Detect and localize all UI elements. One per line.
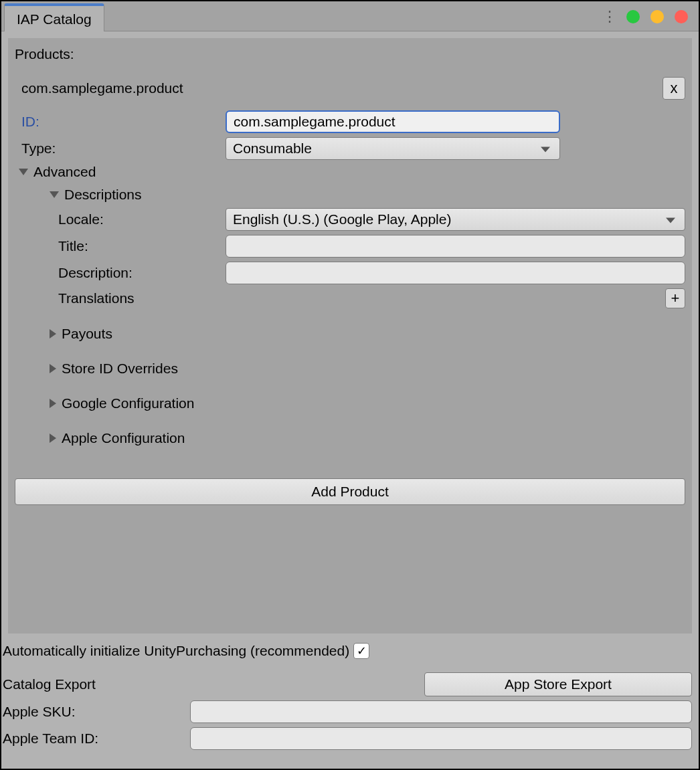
apple-sku-input[interactable]	[190, 700, 692, 723]
type-select-value: Consumable	[233, 140, 312, 157]
store-id-overrides-foldout[interactable]: Store ID Overrides	[50, 361, 685, 377]
apple-sku-label: Apple SKU:	[3, 704, 190, 720]
advanced-foldout[interactable]: Advanced	[19, 164, 685, 180]
title-bar: IAP Catalog ⋮	[1, 1, 699, 31]
product-entry: com.samplegame.product x ID: Type: Consu…	[15, 77, 685, 446]
apple-team-id-input[interactable]	[190, 727, 692, 750]
maximize-dot-icon[interactable]	[650, 10, 664, 23]
apple-team-id-row: Apple Team ID:	[3, 727, 692, 750]
auto-init-row: Automatically initialize UnityPurchasing…	[3, 643, 692, 659]
app-store-export-button[interactable]: App Store Export	[424, 672, 692, 696]
close-x-icon: x	[671, 80, 678, 97]
window-tab-label: IAP Catalog	[17, 11, 92, 27]
locale-select[interactable]: English (U.S.) (Google Play, Apple)	[226, 208, 685, 231]
product-name: com.samplegame.product	[21, 80, 183, 96]
footer-section: Automatically initialize UnityPurchasing…	[1, 634, 699, 750]
kebab-menu-icon[interactable]: ⋮	[602, 8, 616, 25]
chevron-down-icon	[50, 191, 59, 198]
type-row: Type: Consumable	[15, 137, 685, 160]
description-label: Description:	[58, 265, 226, 281]
title-row: Title:	[15, 235, 685, 258]
add-translation-button[interactable]: +	[665, 288, 685, 308]
translations-label: Translations	[58, 290, 226, 306]
id-label: ID:	[21, 114, 226, 130]
chevron-right-icon	[50, 434, 56, 443]
minimize-dot-icon[interactable]	[626, 10, 640, 23]
locale-row: Locale: English (U.S.) (Google Play, App…	[15, 208, 685, 231]
add-product-label: Add Product	[311, 484, 389, 499]
translations-row: Translations +	[15, 288, 685, 308]
description-input[interactable]	[226, 262, 685, 284]
locale-select-value: English (U.S.) (Google Play, Apple)	[233, 211, 451, 227]
product-header: com.samplegame.product x	[15, 77, 685, 110]
products-section-label: Products:	[15, 46, 685, 62]
advanced-label: Advanced	[33, 164, 96, 180]
chevron-right-icon	[50, 399, 56, 408]
remove-product-button[interactable]: x	[663, 77, 685, 100]
close-dot-icon[interactable]	[675, 10, 688, 23]
descriptions-foldout[interactable]: Descriptions	[50, 187, 685, 203]
payouts-label: Payouts	[62, 326, 112, 342]
catalog-export-label: Catalog Export	[3, 676, 96, 692]
id-row: ID:	[15, 110, 685, 133]
catalog-export-row: Catalog Export App Store Export	[3, 672, 692, 696]
window-tab[interactable]: IAP Catalog	[4, 3, 104, 31]
add-product-button[interactable]: Add Product	[15, 478, 685, 505]
title-bar-controls: ⋮	[602, 8, 688, 31]
type-label: Type:	[21, 140, 226, 157]
type-select[interactable]: Consumable	[226, 137, 560, 160]
title-input[interactable]	[226, 235, 685, 258]
chevron-right-icon	[50, 329, 56, 339]
id-input[interactable]	[226, 110, 560, 133]
locale-label: Locale:	[58, 211, 226, 227]
auto-init-label: Automatically initialize UnityPurchasing…	[3, 643, 349, 659]
app-store-export-label: App Store Export	[505, 676, 612, 692]
payouts-foldout[interactable]: Payouts	[50, 326, 685, 342]
apple-config-foldout[interactable]: Apple Configuration	[50, 430, 685, 446]
plus-icon: +	[671, 290, 680, 307]
google-config-foldout[interactable]: Google Configuration	[50, 395, 685, 411]
chevron-right-icon	[50, 364, 56, 373]
descriptions-label: Descriptions	[64, 187, 142, 203]
auto-init-checkbox[interactable]: ✓	[353, 643, 369, 659]
apple-team-id-label: Apple Team ID:	[3, 731, 190, 747]
apple-config-label: Apple Configuration	[62, 430, 185, 446]
store-id-overrides-label: Store ID Overrides	[62, 361, 178, 377]
main-panel: Products: com.samplegame.product x ID: T…	[8, 38, 692, 634]
title-label: Title:	[58, 238, 226, 254]
checkmark-icon: ✓	[357, 644, 367, 658]
chevron-down-icon	[19, 169, 28, 175]
description-row: Description:	[15, 262, 685, 284]
google-config-label: Google Configuration	[62, 395, 194, 411]
apple-sku-row: Apple SKU:	[3, 700, 692, 723]
